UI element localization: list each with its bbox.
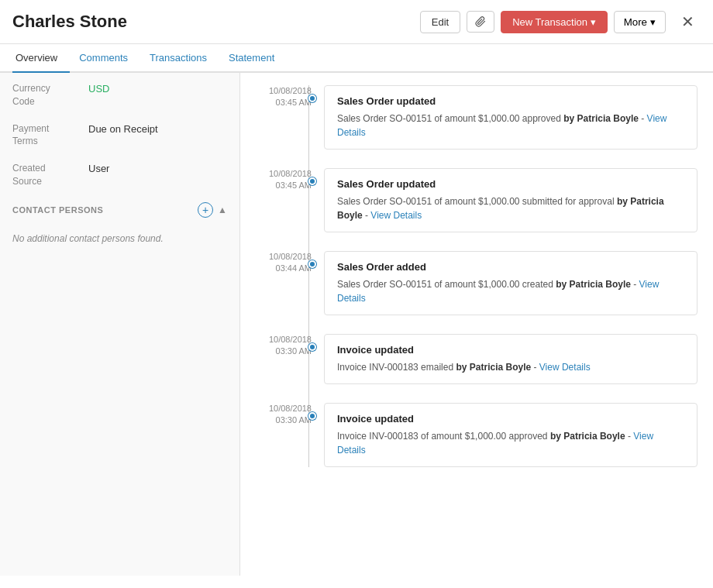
payment-terms-value: Due on Receipt xyxy=(88,122,158,136)
tab-comments[interactable]: Comments xyxy=(76,44,140,73)
timeline-card-body-3: Invoice INV-000183 emailed by Patricia B… xyxy=(337,360,684,374)
no-contact-message: No additional contact persons found. xyxy=(12,227,227,250)
created-source-value: User xyxy=(88,162,109,176)
close-icon: ✕ xyxy=(681,13,694,30)
paperclip-icon xyxy=(475,16,486,27)
timeline-date-1: 10/08/2018 03:45 AM xyxy=(256,168,312,192)
contact-persons-actions: + ▲ xyxy=(198,202,227,218)
timeline-card-0: Sales Order updated Sales Order SO-00151… xyxy=(324,85,698,150)
payment-terms-field: PaymentTerms Due on Receipt xyxy=(12,122,227,149)
timeline-card-3: Invoice updated Invoice INV-000183 email… xyxy=(324,334,698,384)
more-button[interactable]: More ▾ xyxy=(614,11,666,33)
list-item: 10/08/2018 03:44 AM Sales Order added Sa… xyxy=(318,251,698,315)
right-panel: 10/08/2018 03:45 AM Sales Order updated … xyxy=(240,73,713,576)
timeline-dot-2 xyxy=(308,260,316,268)
tab-transactions[interactable]: Transactions xyxy=(146,44,219,73)
more-chevron-icon: ▾ xyxy=(650,16,656,28)
timeline-card-title-1: Sales Order updated xyxy=(337,178,684,190)
header: Charles Stone Edit New Transaction ▾ Mor… xyxy=(0,0,713,44)
timeline: 10/08/2018 03:45 AM Sales Order updated … xyxy=(256,85,698,467)
timeline-dot-4 xyxy=(308,412,316,420)
list-item: 10/08/2018 03:30 AM Invoice updated Invo… xyxy=(318,334,698,384)
new-transaction-button[interactable]: New Transaction ▾ xyxy=(501,11,607,33)
timeline-date-3: 10/08/2018 03:30 AM xyxy=(256,334,312,358)
timeline-date-4: 10/08/2018 03:30 AM xyxy=(256,403,312,427)
payment-terms-label: PaymentTerms xyxy=(12,122,82,149)
timeline-date-2: 10/08/2018 03:44 AM xyxy=(256,251,312,275)
timeline-card-title-3: Invoice updated xyxy=(337,344,684,356)
main-content: CurrencyCode USD PaymentTerms Due on Rec… xyxy=(0,73,713,576)
currency-code-field: CurrencyCode USD xyxy=(12,82,227,108)
tab-statement[interactable]: Statement xyxy=(226,44,287,73)
created-source-field: CreatedSource User xyxy=(12,162,227,188)
timeline-card-body-1: Sales Order SO-00151 of amount $1,000.00… xyxy=(337,194,684,222)
edit-button[interactable]: Edit xyxy=(420,11,460,33)
timeline-card-title-4: Invoice updated xyxy=(337,413,684,425)
tab-overview[interactable]: Overview xyxy=(12,44,70,73)
timeline-card-body-4: Invoice INV-000183 of amount $1,000.00 a… xyxy=(337,429,684,457)
timeline-dot-0 xyxy=(308,95,316,102)
timeline-dot-3 xyxy=(308,343,316,351)
list-item: 10/08/2018 03:30 AM Invoice updated Invo… xyxy=(318,403,698,467)
contact-persons-label: CONTACT PERSONS xyxy=(12,205,103,215)
timeline-card-body-0: Sales Order SO-00151 of amount $1,000.00… xyxy=(337,112,684,139)
currency-code-label: CurrencyCode xyxy=(12,82,82,108)
view-details-link-1[interactable]: View Details xyxy=(370,210,422,221)
timeline-date-0: 10/08/2018 03:45 AM xyxy=(256,85,312,109)
view-details-link-3[interactable]: View Details xyxy=(539,362,591,373)
created-source-label: CreatedSource xyxy=(12,162,82,188)
left-panel: CurrencyCode USD PaymentTerms Due on Rec… xyxy=(0,73,240,576)
contact-persons-section: CONTACT PERSONS + ▲ xyxy=(12,202,227,218)
list-item: 10/08/2018 03:45 AM Sales Order updated … xyxy=(318,85,698,150)
timeline-card-2: Sales Order added Sales Order SO-00151 o… xyxy=(324,251,698,315)
add-contact-button[interactable]: + xyxy=(198,202,213,218)
timeline-dot-1 xyxy=(308,177,316,185)
tabs-bar: Overview Comments Transactions Statement xyxy=(0,44,713,73)
timeline-card-body-2: Sales Order SO-00151 of amount $1,000.00… xyxy=(337,277,684,305)
timeline-card-4: Invoice updated Invoice INV-000183 of am… xyxy=(324,403,698,467)
close-button[interactable]: ✕ xyxy=(675,9,701,34)
timeline-card-title-2: Sales Order added xyxy=(337,261,684,273)
attach-button[interactable] xyxy=(467,11,494,33)
currency-code-value: USD xyxy=(88,82,109,96)
collapse-contact-button[interactable]: ▲ xyxy=(218,205,227,215)
timeline-card-1: Sales Order updated Sales Order SO-00151… xyxy=(324,168,698,232)
dropdown-arrow-icon: ▾ xyxy=(591,16,596,28)
header-actions: Edit New Transaction ▾ More ▾ ✕ xyxy=(420,9,701,34)
list-item: 10/08/2018 03:45 AM Sales Order updated … xyxy=(318,168,698,232)
page-title: Charles Stone xyxy=(12,12,420,32)
timeline-card-title-0: Sales Order updated xyxy=(337,95,684,107)
